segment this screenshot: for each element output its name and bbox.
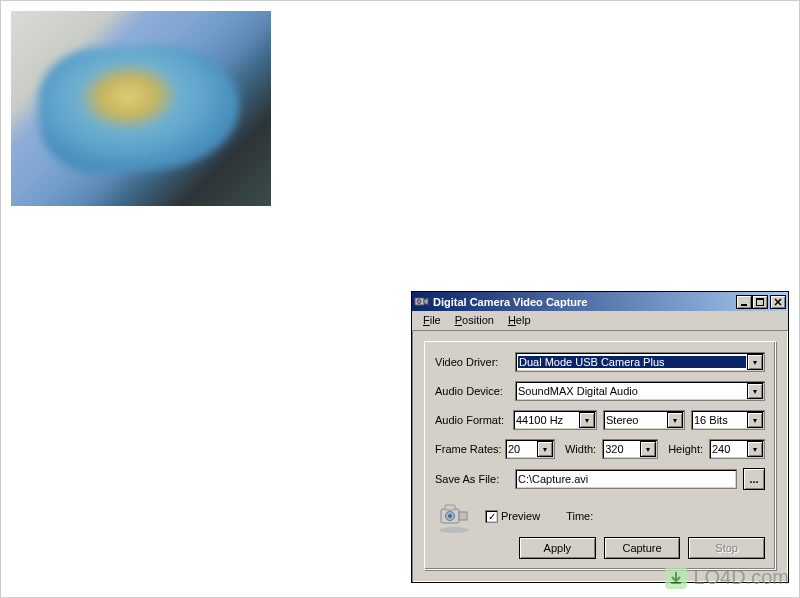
- row-video-driver: Video Driver: Dual Mode USB Camera Plus …: [435, 352, 765, 372]
- label-time: Time:: [566, 510, 593, 522]
- settings-group: Video Driver: Dual Mode USB Camera Plus …: [424, 341, 776, 570]
- checkbox-preview[interactable]: ✓: [485, 510, 498, 523]
- menu-file[interactable]: File: [416, 313, 448, 327]
- combo-video-driver-value: Dual Mode USB Camera Plus: [518, 356, 746, 368]
- label-save-as: Save As File:: [435, 473, 515, 485]
- svg-point-1: [417, 299, 421, 303]
- window-controls: [736, 295, 786, 309]
- close-button[interactable]: [770, 295, 786, 309]
- label-video-driver: Video Driver:: [435, 356, 515, 368]
- row-audio-device: Audio Device: SoundMAX Digital Audio ▾: [435, 381, 765, 401]
- combo-fps[interactable]: 20 ▾: [505, 439, 555, 459]
- client-area: Video Driver: Dual Mode USB Camera Plus …: [412, 331, 788, 582]
- svg-point-8: [448, 514, 452, 518]
- combo-width-value: 320: [605, 443, 639, 455]
- minimize-button[interactable]: [736, 295, 752, 309]
- combo-video-driver[interactable]: Dual Mode USB Camera Plus ▾: [515, 352, 765, 372]
- watermark-text: LO4D.com: [693, 566, 789, 589]
- titlebar[interactable]: Digital Camera Video Capture: [412, 292, 788, 311]
- combo-bits-value: 16 Bits: [694, 414, 746, 426]
- apply-button[interactable]: Apply: [519, 537, 596, 559]
- app-window: Digital Camera Video Capture File Positi…: [411, 291, 789, 583]
- chevron-down-icon: ▾: [747, 354, 763, 370]
- label-height: Height:: [668, 443, 703, 455]
- combo-audio-device[interactable]: SoundMAX Digital Audio ▾: [515, 381, 765, 401]
- svg-rect-10: [445, 505, 455, 510]
- chevron-down-icon: ▾: [747, 383, 763, 399]
- camcorder-icon: [435, 499, 473, 533]
- combo-height[interactable]: 240 ▾: [709, 439, 765, 459]
- label-frame-rates: Frame Rates:: [435, 443, 505, 455]
- stop-button[interactable]: Stop: [688, 537, 765, 559]
- action-buttons: Apply Capture Stop: [519, 537, 765, 559]
- menu-position[interactable]: Position: [448, 313, 501, 327]
- label-preview: Preview: [501, 510, 540, 522]
- svg-rect-4: [756, 298, 764, 300]
- row-audio-format: Audio Format: 44100 Hz ▾ Stereo ▾ 16 Bit…: [435, 410, 765, 430]
- row-bottom: ✓ Preview Time:: [435, 499, 765, 533]
- svg-rect-9: [459, 512, 467, 520]
- menubar: File Position Help: [412, 311, 788, 331]
- combo-width[interactable]: 320 ▾: [602, 439, 658, 459]
- chevron-down-icon: ▾: [667, 412, 683, 428]
- watermark: LO4D.com: [665, 566, 789, 589]
- combo-sample-rate[interactable]: 44100 Hz ▾: [513, 410, 597, 430]
- label-width: Width:: [565, 443, 596, 455]
- maximize-button[interactable]: [752, 295, 768, 309]
- combo-audio-device-value: SoundMAX Digital Audio: [518, 385, 746, 397]
- combo-sample-rate-value: 44100 Hz: [516, 414, 578, 426]
- video-preview: [11, 11, 271, 206]
- label-audio-format: Audio Format:: [435, 414, 513, 426]
- chevron-down-icon: ▾: [640, 441, 656, 457]
- browse-button[interactable]: ...: [743, 468, 765, 490]
- capture-button[interactable]: Capture: [604, 537, 681, 559]
- input-save-path[interactable]: C:\Capture.avi: [515, 469, 737, 489]
- download-icon: [665, 567, 687, 589]
- combo-channels[interactable]: Stereo ▾: [603, 410, 685, 430]
- chevron-down-icon: ▾: [747, 441, 763, 457]
- menu-help[interactable]: Help: [501, 313, 538, 327]
- checkbox-preview-wrap: ✓ Preview: [485, 510, 540, 523]
- row-save-as: Save As File: C:\Capture.avi ...: [435, 468, 765, 490]
- chevron-down-icon: ▾: [537, 441, 553, 457]
- combo-bits[interactable]: 16 Bits ▾: [691, 410, 765, 430]
- chevron-down-icon: ▾: [579, 412, 595, 428]
- combo-fps-value: 20: [508, 443, 536, 455]
- svg-rect-2: [741, 304, 747, 306]
- svg-point-5: [439, 527, 469, 533]
- window-title: Digital Camera Video Capture: [433, 296, 736, 308]
- combo-height-value: 240: [712, 443, 746, 455]
- input-save-path-value: C:\Capture.avi: [518, 473, 588, 485]
- row-frame-rates: Frame Rates: 20 ▾ Width: 320 ▾ Height: 2…: [435, 439, 765, 459]
- label-audio-device: Audio Device:: [435, 385, 515, 397]
- app-icon: [414, 294, 430, 310]
- chevron-down-icon: ▾: [747, 412, 763, 428]
- svg-rect-11: [671, 582, 681, 584]
- combo-channels-value: Stereo: [606, 414, 666, 426]
